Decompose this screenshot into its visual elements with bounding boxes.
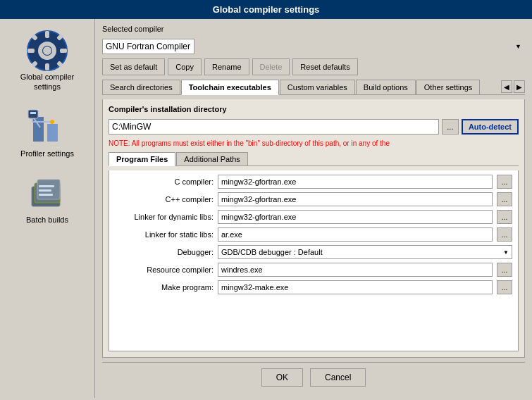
selected-compiler-label: Selected compiler: [102, 25, 525, 33]
copy-button[interactable]: Copy: [168, 58, 202, 75]
tabs-row: Search directories Toolchain executables…: [102, 80, 525, 95]
cpp-compiler-row: C++ compiler: ...: [115, 192, 512, 206]
tab-custom-variables[interactable]: Custom variables: [280, 80, 355, 94]
bottom-bar: OK Cancel: [102, 362, 525, 392]
rename-button[interactable]: Rename: [204, 58, 249, 75]
sub-tab-program-files[interactable]: Program Files: [109, 152, 175, 166]
sidebar-item-label-global: Global compiler settings: [8, 72, 86, 92]
svg-rect-2: [45, 31, 49, 38]
tab-toolchain-executables[interactable]: Toolchain executables: [181, 80, 279, 95]
c-compiler-label: C compiler:: [115, 177, 214, 186]
resource-compiler-row: Resource compiler: ...: [115, 263, 512, 277]
note-text: NOTE: All programs must exist either in …: [109, 139, 519, 148]
linker-dynamic-row: Linker for dynamic libs: ...: [115, 210, 512, 224]
reset-defaults-button[interactable]: Reset defaults: [292, 58, 357, 75]
cancel-button[interactable]: Cancel: [310, 368, 366, 387]
linker-static-browse-button[interactable]: ...: [497, 227, 512, 242]
resource-compiler-input[interactable]: [218, 263, 493, 277]
svg-point-19: [50, 120, 54, 124]
debugger-select[interactable]: GDB/CDB debugger : Default: [218, 245, 512, 259]
toolchain-panel: Compiler's installation directory ... Au…: [102, 99, 525, 358]
compiler-buttons-row: Set as default Copy Rename Delete Reset …: [102, 58, 525, 75]
make-program-input[interactable]: [218, 280, 493, 294]
debugger-label: Debugger:: [115, 248, 214, 256]
title-text: Global compiler settings: [213, 4, 320, 15]
browse-button[interactable]: ...: [442, 119, 459, 135]
c-compiler-browse-button[interactable]: ...: [497, 175, 512, 189]
title-bar: Global compiler settings: [0, 0, 532, 19]
c-compiler-row: C compiler: ...: [115, 175, 512, 189]
set-as-default-button[interactable]: Set as default: [102, 58, 165, 75]
cpp-compiler-browse-button[interactable]: ...: [497, 192, 512, 206]
tab-scroll-left-button[interactable]: ◀: [501, 80, 512, 93]
linker-dynamic-browse-button[interactable]: ...: [497, 210, 512, 224]
svg-rect-12: [47, 124, 58, 142]
resource-compiler-label: Resource compiler:: [115, 265, 214, 274]
profiler-icon: [26, 106, 68, 149]
tab-other-settings[interactable]: Other settings: [416, 80, 480, 94]
svg-rect-3: [45, 63, 49, 70]
svg-rect-5: [60, 49, 67, 53]
sidebar-item-global-compiler-settings[interactable]: Global compiler settings: [5, 26, 89, 96]
sub-tabs-row: Program Files Additional Paths: [109, 152, 519, 166]
linker-dynamic-input[interactable]: [218, 210, 493, 224]
svg-rect-16: [30, 112, 36, 114]
delete-button[interactable]: Delete: [252, 58, 290, 75]
tab-scroll-right-button[interactable]: ▶: [514, 80, 525, 93]
linker-static-row: Linker for static libs: ...: [115, 227, 512, 242]
make-program-browse-button[interactable]: ...: [497, 280, 512, 294]
svg-rect-25: [39, 194, 53, 196]
batch-icon: [26, 173, 68, 215]
svg-rect-24: [39, 189, 51, 192]
c-compiler-input[interactable]: [218, 175, 493, 189]
auto-detect-button[interactable]: Auto-detect: [462, 119, 519, 135]
make-program-label: Make program:: [115, 283, 214, 292]
section-label: Compiler's installation directory: [109, 105, 519, 113]
sidebar: Global compiler settings Profiler settin…: [0, 19, 95, 398]
content-area: Selected compiler GNU Fortran Compiler S…: [95, 19, 532, 398]
sub-panel: C compiler: ... C++ compiler: ... Linker…: [109, 170, 519, 351]
svg-rect-4: [27, 49, 35, 53]
tab-search-directories[interactable]: Search directories: [102, 80, 180, 94]
linker-dynamic-label: Linker for dynamic libs:: [115, 213, 214, 221]
compiler-select[interactable]: GNU Fortran Compiler: [102, 39, 194, 54]
cpp-compiler-label: C++ compiler:: [115, 195, 214, 204]
linker-static-label: Linker for static libs:: [115, 230, 214, 239]
cpp-compiler-input[interactable]: [218, 192, 493, 206]
debugger-row: Debugger: GDB/CDB debugger : Default: [115, 245, 512, 259]
svg-point-10: [43, 46, 51, 55]
ok-button[interactable]: OK: [261, 368, 303, 387]
sidebar-item-batch-builds[interactable]: Batch builds: [5, 169, 89, 228]
resource-compiler-browse-button[interactable]: ...: [497, 263, 512, 277]
svg-rect-23: [39, 185, 54, 187]
install-dir-input[interactable]: [109, 119, 439, 135]
sidebar-item-label-profiler: Profiler settings: [20, 149, 74, 158]
sub-tab-additional-paths[interactable]: Additional Paths: [176, 152, 248, 165]
linker-static-input[interactable]: [218, 227, 493, 242]
sidebar-item-label-batch: Batch builds: [26, 215, 68, 225]
make-program-row: Make program: ...: [115, 280, 512, 294]
sidebar-item-profiler-settings[interactable]: Profiler settings: [5, 103, 89, 162]
gear-icon: [26, 30, 68, 72]
tab-build-options[interactable]: Build options: [356, 80, 416, 94]
